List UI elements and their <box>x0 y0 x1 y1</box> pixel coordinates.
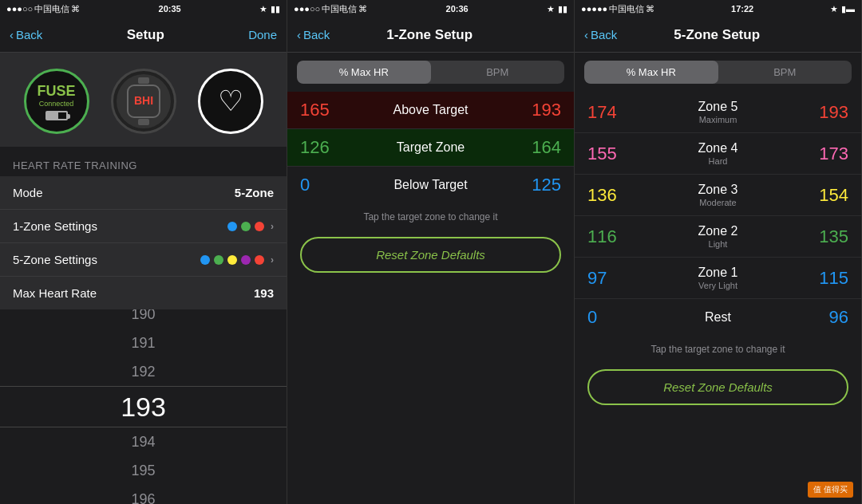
zone-center-3: Zone 3 Moderate <box>623 183 813 207</box>
nav-title-setup: Setup <box>127 27 164 43</box>
battery-icon-3: ▮▬ <box>841 4 855 14</box>
carrier-signal-3: ●●●●● 中国电信 ⌘ <box>581 3 654 15</box>
zone-sublabel-5: Maximum <box>623 115 813 124</box>
panel-5zone: ●●●●● 中国电信 ⌘ 17:22 ★ ▮▬ ‹ Back 5-Zone Se… <box>575 0 862 504</box>
one-zone-value: › <box>227 221 274 232</box>
zone-row-1[interactable]: 97 Zone 1 Very Light 115 <box>575 258 861 299</box>
hr-monitor[interactable]: ♡ <box>198 69 263 134</box>
back-label-1: Back <box>16 28 42 41</box>
section-label-hr: Heart Rate Training <box>0 147 287 176</box>
mode-value: 5-Zone <box>235 186 274 199</box>
one-zone-row[interactable]: 1-Zone Settings › <box>0 210 287 243</box>
zone-high-5: 193 <box>813 102 848 123</box>
zone-table-1z: 165 Above Target 193 126 Target Zone 164… <box>287 92 574 203</box>
status-bar-2: ●●●○○ 中国电信 ⌘ 20:36 ★ ▮▮ <box>287 0 574 18</box>
max-hr-row[interactable]: Max Heart Rate 193 <box>0 277 287 309</box>
heart-icon: ♡ <box>218 85 243 118</box>
connected-label: Connected <box>39 100 74 108</box>
picker-item-193-selected: 193 <box>0 386 287 427</box>
dot-blue-5z <box>200 255 210 265</box>
zone-high-1: 115 <box>813 268 848 289</box>
status-bar-1: ●●●○○ 中国电信 ⌘ 20:35 ★ ▮▮ <box>0 0 287 18</box>
back-button-2[interactable]: ‹ Back <box>297 28 330 41</box>
zone-sublabel-1: Very Light <box>623 281 813 290</box>
segment-maxhr-3[interactable]: % Max HR <box>584 61 718 84</box>
segment-bar-3: % Max HR BPM <box>584 61 852 84</box>
zone-row-4[interactable]: 155 Zone 4 Hard 173 <box>575 133 861 175</box>
panel-1zone: ●●●○○ 中国电信 ⌘ 20:36 ★ ▮▮ ‹ Back 1-Zone Se… <box>287 0 575 504</box>
zone-row-2[interactable]: 116 Zone 2 Light 135 <box>575 216 861 258</box>
zone-table-5z: 174 Zone 5 Maximum 193 155 Zone 4 Hard 1… <box>575 92 861 336</box>
zone-row-target[interactable]: 126 Target Zone 164 <box>287 129 574 167</box>
back-button-3[interactable]: ‹ Back <box>584 28 617 41</box>
back-button-1[interactable]: ‹ Back <box>10 28 42 41</box>
zone-sublabel-3: Moderate <box>623 198 813 207</box>
zone-sublabel-4: Hard <box>623 156 813 166</box>
carrier-name-1: 中国电信 <box>34 3 69 15</box>
max-hr-label: Max Heart Rate <box>13 286 97 300</box>
carrier-signal-1: ●●●○○ 中国电信 ⌘ <box>6 3 80 15</box>
watch-device[interactable]: BHI <box>111 69 176 134</box>
picker-item-191: 191 <box>0 329 287 357</box>
segment-maxhr-2[interactable]: % Max HR <box>297 61 431 84</box>
zone-row-below[interactable]: 0 Below Target 125 <box>287 167 574 203</box>
dot-yellow-5z <box>227 255 237 265</box>
segment-bpm-2[interactable]: BPM <box>431 61 565 84</box>
nav-bar-5zone: ‹ Back 5-Zone Setup <box>575 18 861 53</box>
zone-high-2: 135 <box>813 226 848 247</box>
nav-bar-1zone: ‹ Back 1-Zone Setup <box>287 18 574 53</box>
reset-btn-3[interactable]: Reset Zone Defaults <box>587 369 848 405</box>
zone-low-1: 97 <box>587 268 623 289</box>
watermark-logo: 值 <box>813 485 821 494</box>
back-chevron-1: ‹ <box>10 28 14 41</box>
nav-title-5zone: 5-Zone Setup <box>674 27 760 43</box>
bluetooth-icon-1: ★ <box>259 4 267 14</box>
zone-high-below: 125 <box>526 175 561 195</box>
dot-green-1z <box>241 222 251 231</box>
done-button[interactable]: Done <box>248 28 277 41</box>
wifi-icon-2: ⌘ <box>358 4 367 14</box>
status-right-1: ★ ▮▮ <box>259 4 280 14</box>
mode-row[interactable]: Mode 5-Zone <box>0 176 287 210</box>
svg-text:BHI: BHI <box>133 94 152 107</box>
zone-low-below: 0 <box>300 175 335 195</box>
zone-row-5[interactable]: 174 Zone 5 Maximum 193 <box>575 92 861 133</box>
watermark: 值 值得买 <box>808 482 853 498</box>
reset-btn-2[interactable]: Reset Zone Defaults <box>300 237 561 273</box>
zone-label-1: Zone 1 <box>623 266 813 280</box>
zone-center-target: Target Zone <box>335 140 526 155</box>
devices-row: FUSE Connected BHI ♡ <box>0 53 287 147</box>
max-hr-value: 193 <box>254 286 274 300</box>
carrier-signal-2: ●●●○○ 中国电信 ⌘ <box>294 3 367 15</box>
battery-icon-2: ▮▮ <box>558 4 567 14</box>
zone-high-rest: 96 <box>813 307 848 328</box>
zone-row-rest[interactable]: 0 Rest 96 <box>575 299 861 336</box>
carrier-name-3: 中国电信 <box>609 3 644 15</box>
picker-item-195: 195 <box>0 456 287 485</box>
scroll-picker[interactable]: 190 191 192 193 194 195 196 <box>0 309 287 504</box>
segment-bpm-3[interactable]: BPM <box>718 61 852 84</box>
zone-center-rest: Rest <box>623 310 813 325</box>
status-right-3: ★ ▮▬ <box>830 4 855 14</box>
five-zone-row[interactable]: 5-Zone Settings › <box>0 243 287 277</box>
battery-icon-1: ▮▮ <box>271 4 280 14</box>
tap-hint-2: Tap the target zone to change it <box>287 203 574 230</box>
fuse-device[interactable]: FUSE Connected <box>24 69 89 134</box>
watermark-text: 值得买 <box>824 485 848 494</box>
settings-list: Mode 5-Zone 1-Zone Settings › 5-Zone Set… <box>0 176 287 309</box>
zone-center-1: Zone 1 Very Light <box>623 266 813 290</box>
status-right-2: ★ ▮▮ <box>547 4 567 14</box>
zone-row-above[interactable]: 165 Above Target 193 <box>287 92 574 129</box>
zone-high-4: 173 <box>813 144 848 164</box>
zone-center-2: Zone 2 Light <box>623 224 813 249</box>
fuse-battery <box>45 111 68 120</box>
one-zone-label: 1-Zone Settings <box>13 219 97 233</box>
bluetooth-icon-3: ★ <box>830 4 838 14</box>
bluetooth-icon-2: ★ <box>547 4 555 14</box>
chevron-1z: › <box>271 221 274 232</box>
dot-blue-1z <box>227 222 237 231</box>
zone-row-3[interactable]: 136 Zone 3 Moderate 154 <box>575 175 861 216</box>
tap-hint-3: Tap the target zone to change it <box>575 336 861 363</box>
zone-low-5: 174 <box>587 102 623 123</box>
five-zone-value: › <box>200 254 274 266</box>
